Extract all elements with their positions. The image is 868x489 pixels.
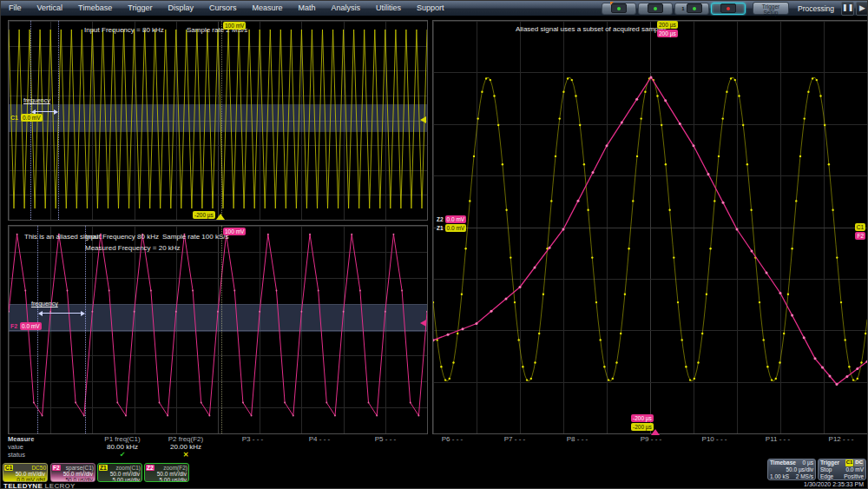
measure-p5[interactable]: P5 - - -	[354, 435, 417, 459]
cursor-line-4[interactable]	[85, 226, 86, 433]
measure-p8[interactable]: P8 - - -	[546, 435, 608, 459]
menu-timebase[interactable]: Timebase	[70, 1, 120, 16]
timebase-box[interactable]: Timebase0 µs 50.0 µs/div 1.00 kS2 MS/s	[767, 459, 816, 480]
trigger-time-marker-icon[interactable]	[216, 214, 225, 220]
measure-value	[810, 443, 868, 451]
c1-top-flag: 100 mV	[223, 22, 246, 30]
measure-label: P3 - - -	[221, 435, 284, 443]
measure-p3[interactable]: P3 - - -	[221, 435, 284, 459]
trigger-single-button[interactable]: 1	[674, 3, 709, 15]
trigger-source-badge: C1	[845, 459, 854, 466]
measure-p9[interactable]: P9 - - -	[620, 435, 682, 459]
menu-math[interactable]: Math	[290, 1, 323, 16]
frequency-cursor-label-2: frequency	[31, 301, 58, 307]
clock: 1/30/2020 2:35:33 PM	[804, 481, 864, 487]
trigger-setup-button[interactable]: Trigger Setup	[753, 2, 789, 15]
descriptor-z1[interactable]: Z1zoom(C1)50.0 mV/div5.00 µs/div	[97, 463, 142, 482]
panel-acquired-signal[interactable]: Input Frequency = 80 kHz Sample rate 2 M…	[8, 20, 428, 221]
zoom-time-flag-top-yellow: 200 µs	[657, 21, 678, 29]
measure-value	[421, 443, 483, 451]
menu-display[interactable]: Display	[160, 1, 201, 16]
annotation-subset: Aliased signal uses a subset of acquired…	[516, 25, 667, 33]
menu-measure[interactable]: Measure	[244, 1, 290, 16]
f2-edge-flag: F2	[855, 232, 865, 240]
measure-p6[interactable]: P6 - - -	[421, 435, 483, 459]
trigger-auto-button[interactable]	[602, 3, 636, 15]
measure-label: P8 - - -	[546, 435, 608, 443]
zoom-time-flag-bottom-pink: -200 µs	[631, 414, 654, 422]
status-empty	[810, 451, 868, 459]
oscilloscope-screen: FileVerticalTimebaseTriggerDisplayCursor…	[0, 0, 868, 489]
status-cross-icon: ✕	[155, 451, 217, 459]
f2-level-marker-icon[interactable]	[420, 320, 426, 327]
measure-label: P11 - - -	[746, 435, 809, 443]
menu-trigger[interactable]: Trigger	[120, 1, 160, 16]
cursor-line-2[interactable]	[58, 21, 59, 220]
measure-value	[354, 443, 417, 451]
status-empty	[354, 451, 417, 459]
brand-teledyne: TELEDYNE	[3, 482, 43, 489]
menu-vertical[interactable]: Vertical	[30, 1, 71, 16]
pause-button[interactable]: ❚❚	[841, 2, 854, 16]
status-empty	[683, 451, 746, 459]
brand-logo: TELEDYNE LECROY	[3, 482, 76, 489]
measure-label: P2 freq(F2)	[155, 435, 217, 443]
trigger-position-line-2[interactable]	[221, 226, 222, 433]
menu-file[interactable]: File	[1, 1, 30, 16]
measure-p4[interactable]: P4 - - -	[288, 435, 351, 459]
scope-trigger-icon	[687, 3, 702, 13]
measure-p11[interactable]: P11 - - -	[746, 435, 809, 459]
measure-p2[interactable]: P2 freq(F2)20.00 kHz✕	[155, 435, 217, 459]
toolbar: 1 Trigger Setup Processing ❚❚ ▶	[602, 1, 868, 16]
measure-label: P12 - - -	[810, 435, 868, 443]
descriptor-f2[interactable]: F2sparse(C1)50.0 mV/div50.0 µs/div	[50, 463, 95, 482]
f2-trace-label: F2	[10, 323, 17, 329]
descriptor-c1[interactable]: C1DC5050.0 mV/div0.0 mV ofst	[3, 463, 48, 482]
f2-trigger-marker-icon[interactable]	[651, 429, 660, 435]
trigger-stop-button[interactable]	[711, 3, 746, 15]
panel-aliased-signal[interactable]: This is an aliased signal : Input Freque…	[8, 225, 428, 434]
panel-zoom-overlay[interactable]: Aliased signal uses a subset of acquired…	[432, 20, 868, 434]
trigger-normal-button[interactable]	[638, 3, 673, 15]
trace-tag: Z2	[146, 465, 155, 471]
menu-utilities[interactable]: Utilities	[368, 1, 409, 16]
measure-p1[interactable]: P1 freq(C1)80.00 kHz✔	[91, 435, 154, 459]
zoom-time-flag-top-pink: 200 µs	[657, 30, 678, 37]
f2-top-flag: 100 mV	[223, 228, 246, 235]
measure-label: P5 - - -	[354, 435, 417, 443]
offset-or-timebase: 5.00 µs/div	[145, 477, 188, 482]
trigger-box[interactable]: Trigger C1 DC Stop0.0 mV EdgePositive	[818, 459, 866, 480]
z1-indicator: Z1 0.0 mV	[437, 224, 466, 232]
measure-p10[interactable]: P10 - - -	[683, 435, 746, 459]
measure-p7[interactable]: P7 - - -	[483, 435, 546, 459]
trigger-level: 0.0 mV	[845, 466, 864, 473]
play-button[interactable]: ▶	[856, 2, 868, 16]
measure-p12[interactable]: P12 - - -	[810, 435, 868, 459]
measure-value: 80.00 kHz	[91, 443, 154, 451]
measure-value: 20.00 kHz	[155, 443, 217, 451]
trigger-position-line[interactable]	[221, 21, 222, 220]
descriptor-z2[interactable]: Z2zoom(F2)50.0 mV/div5.00 µs/div	[144, 463, 189, 482]
measure-value	[221, 443, 284, 451]
c1-level-flag: 0.0 mV	[21, 114, 43, 122]
z2-flag: 0.0 mV	[445, 215, 467, 223]
menu-cursors[interactable]: Cursors	[201, 1, 245, 16]
annotation-input-freq: Input Frequency 80 kHz	[85, 233, 159, 241]
timebase-scale: 50.0 µs/div	[786, 466, 813, 473]
scope-trigger-icon	[648, 3, 663, 13]
trigger-mode-buttons: 1	[602, 3, 746, 15]
trigger-level-marker-icon[interactable]	[420, 116, 426, 123]
trigger-setup-label-1: Trigger	[753, 3, 788, 10]
c1-delay-flag: -200 µs	[193, 211, 215, 219]
menu-support[interactable]: Support	[409, 1, 452, 16]
c1-edge-flag: C1	[855, 223, 865, 231]
z2-indicator: Z2 0.0 mV	[437, 215, 466, 223]
value-row-label: value	[8, 443, 23, 451]
menu-bar: FileVerticalTimebaseTriggerDisplayCursor…	[1, 1, 868, 16]
menu-analysis[interactable]: Analysis	[323, 1, 368, 16]
trace-tag: C1	[4, 465, 13, 471]
trigger-setup-label-2: Setup	[753, 10, 788, 16]
c1-trace-label: C1	[10, 115, 18, 121]
vertical-scale: 50.0 mV/div	[3, 471, 47, 477]
timebase-title: Timebase	[770, 459, 796, 466]
